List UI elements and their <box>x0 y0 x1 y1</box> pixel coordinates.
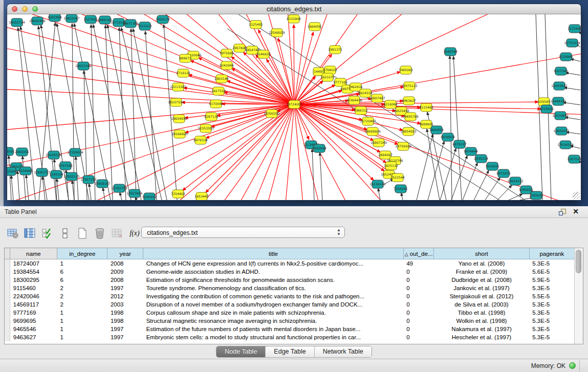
network-node[interactable]: 1125481 <box>249 20 263 29</box>
column-header-pagerank[interactable]: pagerank <box>529 248 574 259</box>
network-node[interactable]: 12975115 <box>401 82 418 90</box>
network-node[interactable]: 2935114 <box>474 155 488 163</box>
network-node[interactable]: 1981371 <box>328 46 342 54</box>
citation-network-graph[interactable]: 1872400718300295224200469896712718126122… <box>7 14 581 200</box>
show-columns-icon[interactable] <box>23 226 38 240</box>
network-node[interactable]: 2803144 <box>214 75 229 83</box>
table-row[interactable]: 911546021997Tourette syndrome. Phenomeno… <box>5 284 575 292</box>
network-node[interactable]: 17016514 <box>557 141 574 149</box>
network-node[interactable]: 18107554 <box>168 98 184 106</box>
network-node[interactable]: 18300295 <box>264 110 280 118</box>
scrollbar-thumb[interactable] <box>576 250 581 273</box>
network-node[interactable]: 1664091 <box>308 23 322 31</box>
window-resize-grip[interactable] <box>573 192 580 199</box>
network-node[interactable]: 15692071 <box>553 127 570 135</box>
network-node[interactable]: 4170046 <box>209 100 223 108</box>
network-node[interactable]: 7334261 <box>394 185 408 193</box>
network-window-titlebar[interactable]: citations_edges.txt <box>7 4 581 14</box>
network-node[interactable]: 20206576 <box>46 151 62 159</box>
network-node[interactable]: 9463627 <box>402 97 416 105</box>
network-node[interactable]: 10653247 <box>63 14 80 23</box>
network-node[interactable]: 9242844 <box>220 61 234 70</box>
tab-node-table[interactable]: Node Table <box>216 346 266 357</box>
network-node[interactable]: 15720407 <box>360 117 376 125</box>
network-node[interactable]: 1115480 <box>568 25 581 33</box>
network-node[interactable]: 8215938 <box>539 105 554 113</box>
network-node[interactable]: 9797588 <box>58 162 73 170</box>
network-node[interactable]: 2957608 <box>232 44 247 52</box>
network-node[interactable]: 1653447 <box>194 192 209 200</box>
network-node[interactable]: 10807487 <box>369 94 385 102</box>
network-node[interactable]: 12548019 <box>269 29 285 37</box>
table-row[interactable]: 946554611997Estimation of the future num… <box>5 325 575 333</box>
network-node[interactable]: 1167533 <box>567 155 581 163</box>
network-node[interactable]: 12942757 <box>34 168 50 177</box>
network-node[interactable]: 9129946 <box>559 53 573 61</box>
float-panel-icon[interactable] <box>559 209 565 215</box>
network-node[interactable]: 16136141 <box>369 180 386 188</box>
merge-tables-icon[interactable] <box>57 226 73 240</box>
network-node[interactable]: 13505135 <box>63 172 80 181</box>
network-node[interactable]: 20691406 <box>29 17 46 25</box>
network-node[interactable]: 7986312 <box>354 106 368 115</box>
table-row[interactable]: 1938455462009Genome-wide association stu… <box>5 268 575 276</box>
network-node[interactable]: 18724007 <box>286 100 302 108</box>
network-node[interactable]: 17359924 <box>67 148 83 157</box>
table-row[interactable]: 2242004622012Investigating the contribut… <box>5 292 575 300</box>
table-row[interactable]: 969969511998Structural magnetic resonanc… <box>5 317 575 325</box>
delete-table-icon[interactable] <box>92 226 107 240</box>
network-node[interactable]: 7515523 <box>138 22 152 30</box>
network-node[interactable]: 8267130 <box>204 113 219 121</box>
column-header-title[interactable]: title <box>143 248 404 259</box>
network-node[interactable]: 9245052 <box>142 193 157 200</box>
network-node[interactable]: 14671388 <box>122 19 139 28</box>
network-node[interactable]: 1640954 <box>429 126 444 134</box>
network-node[interactable]: 8878334 <box>193 136 208 144</box>
network-node[interactable]: 16782759 <box>111 184 127 192</box>
network-node[interactable]: 20053346 <box>75 62 92 70</box>
table-row[interactable]: 1872400712008Changes of HCN gene express… <box>5 259 575 268</box>
network-node[interactable]: 3875685 <box>220 49 234 57</box>
network-node[interactable]: 19854923 <box>400 127 417 136</box>
network-view-canvas[interactable]: 1872400718300295224200469896712718126122… <box>7 14 581 200</box>
network-node[interactable]: 3915901 <box>7 167 17 176</box>
table-row[interactable]: 946362711997Embryonic stem cells: a mode… <box>5 333 575 341</box>
network-node[interactable]: 12353593 <box>198 124 214 133</box>
network-node[interactable]: 1648794 <box>443 48 458 56</box>
network-node[interactable]: 19756928 <box>395 142 411 150</box>
network-node[interactable]: 2522544 <box>390 173 405 182</box>
network-node[interactable]: 3427552 <box>211 87 226 95</box>
network-node[interactable]: 19495784 <box>402 113 419 121</box>
network-node[interactable]: 12923446 <box>126 189 143 198</box>
network-node[interactable]: 1527602 <box>83 15 98 24</box>
table-selector-dropdown[interactable]: citations_edges.txt ▲▼ <box>141 227 345 238</box>
table-settings-icon[interactable] <box>5 226 20 240</box>
network-node[interactable]: 12213383 <box>170 83 186 91</box>
network-node[interactable]: 2545022 <box>529 191 543 200</box>
network-node[interactable]: 8301904 <box>48 14 62 21</box>
tab-edge-table[interactable]: Edge Table <box>266 346 314 357</box>
table-vertical-scrollbar[interactable] <box>574 248 583 344</box>
network-node[interactable]: 6216066 <box>383 100 398 108</box>
network-node[interactable]: 10688609 <box>364 127 381 136</box>
new-table-icon[interactable] <box>75 226 90 240</box>
network-node[interactable]: 9115460 <box>419 103 433 112</box>
network-node[interactable]: 2516051 <box>7 147 15 156</box>
network-node[interactable]: 8938924 <box>441 133 455 141</box>
network-node[interactable]: 9474444 <box>464 147 478 156</box>
column-header-in-degree[interactable]: in_degree <box>57 248 107 259</box>
network-node[interactable]: 1145194 <box>49 170 63 179</box>
column-header-short[interactable]: short <box>434 248 530 259</box>
network-node[interactable]: 6466160 <box>98 16 112 24</box>
network-node[interactable]: 7254402 <box>171 190 185 198</box>
function-builder-icon[interactable]: f(x) <box>127 226 142 240</box>
table-row[interactable]: 1830029562008Estimation of significance … <box>5 276 575 284</box>
network-node[interactable]: 10654112 <box>507 177 524 185</box>
network-node[interactable]: 20364436 <box>346 96 362 104</box>
network-node[interactable]: 1615132 <box>384 162 398 170</box>
network-node[interactable]: 6879197 <box>452 140 467 148</box>
network-node[interactable]: 1156869 <box>18 167 33 175</box>
network-node[interactable]: 14055724 <box>9 18 25 27</box>
network-node[interactable]: 9146825 <box>256 50 271 58</box>
close-panel-icon[interactable]: ✕ <box>573 207 579 215</box>
